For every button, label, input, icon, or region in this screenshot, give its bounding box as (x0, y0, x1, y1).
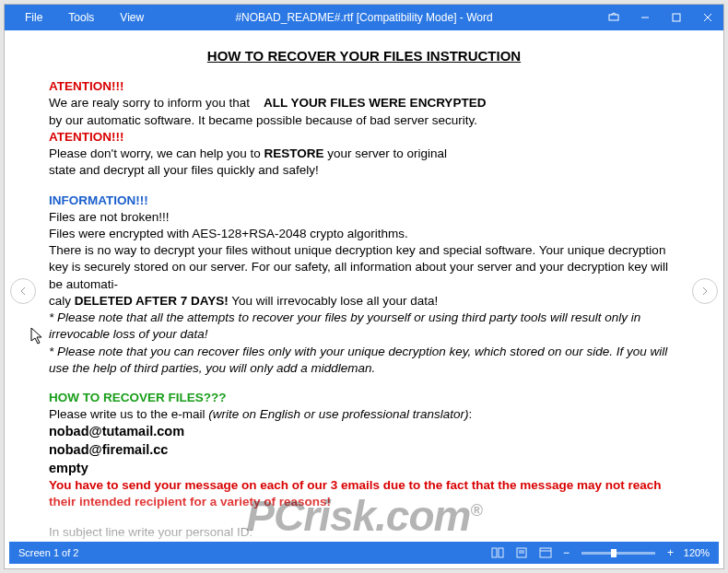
body-text: Please write us to the e-mail (write on … (49, 406, 679, 423)
attention-label: ATENTION!!! (49, 129, 679, 146)
body-note: * Please note that all the attempts to r… (49, 310, 679, 343)
svg-rect-0 (609, 15, 618, 20)
page-indicator[interactable]: Screen 1 of 2 (18, 547, 488, 558)
minimize-button[interactable] (629, 5, 661, 30)
svg-rect-6 (499, 548, 503, 557)
howto-label: HOW TO RECOVER FILES??? (49, 390, 679, 406)
status-right: − + 120% (488, 545, 710, 560)
svg-rect-5 (492, 548, 497, 557)
text: your server to original (323, 146, 447, 160)
next-page-button[interactable] (692, 278, 718, 304)
body-text: There is no way to decrypt your files wi… (49, 242, 679, 293)
text: caly (49, 294, 75, 308)
menu-tools[interactable]: Tools (55, 6, 107, 29)
body-text: by our automatic software. It became pos… (49, 112, 679, 129)
body-text: In subject line write your personal ID: (49, 524, 679, 541)
svg-rect-10 (540, 548, 551, 557)
window-title: #NOBAD_README#.rtf [Compatibility Mode] … (235, 11, 492, 24)
email-1: nobad@tutamail.com (49, 423, 679, 441)
text: We are realy sorry to inform you that (49, 96, 253, 110)
email-3: empty (49, 460, 679, 478)
menu-bar: File Tools View (5, 6, 157, 29)
status-bar: Screen 1 of 2 − + 120% (9, 542, 719, 564)
zoom-slider[interactable] (581, 552, 655, 555)
body-text: Files were encrypted with AES-128+RSA-20… (49, 226, 679, 242)
text: Please write us to the e-mail (49, 407, 208, 421)
svg-rect-2 (673, 14, 680, 21)
email-2: nobad@firemail.cc (49, 441, 679, 460)
zoom-out-button[interactable]: − (560, 546, 572, 559)
text: Please don't worry, we can help you to (49, 146, 264, 160)
menu-view[interactable]: View (107, 6, 157, 29)
body-text: Files are not broken!!! (49, 209, 679, 226)
document-page: HOW TO RECOVER YOUR FILES INSTRUCTION AT… (5, 30, 723, 551)
body-text: Please don't worry, we can help you to R… (49, 146, 679, 162)
zoom-in-button[interactable]: + (664, 546, 676, 559)
text-italic: (write on English or use professional tr… (208, 407, 468, 421)
text-bold: ALL YOUR FILES WERE ENCRYPTED (264, 96, 486, 110)
maximize-button[interactable] (661, 5, 692, 30)
ribbon-display-button[interactable] (598, 5, 629, 30)
text: : (468, 407, 472, 421)
doc-heading: HOW TO RECOVER YOUR FILES INSTRUCTION (49, 47, 679, 65)
read-mode-button[interactable] (488, 545, 507, 560)
menu-file[interactable]: File (12, 6, 55, 29)
text: You will irrevocably lose all your data! (229, 294, 438, 308)
warning-text: You have to send your message on each of… (49, 477, 679, 510)
close-button[interactable] (692, 5, 723, 30)
body-text: We are realy sorry to inform you that AL… (49, 95, 679, 111)
body-note: * Please note that you can recover files… (49, 344, 679, 377)
window-controls (598, 5, 723, 30)
previous-page-button[interactable] (10, 278, 36, 304)
body-text: state and decrypt all your files quickly… (49, 162, 679, 179)
web-layout-button[interactable] (536, 545, 555, 560)
text-bold: DELETED AFTER 7 DAYS! (75, 294, 229, 308)
print-layout-button[interactable] (512, 545, 531, 560)
title-bar: File Tools View #NOBAD_README#.rtf [Comp… (5, 5, 723, 30)
text-bold: RESTORE (264, 146, 323, 160)
zoom-level[interactable]: 120% (682, 547, 710, 558)
body-text: caly DELETED AFTER 7 DAYS! You will irre… (49, 293, 679, 310)
attention-label: ATENTION!!! (49, 78, 679, 95)
document-area: HOW TO RECOVER YOUR FILES INSTRUCTION AT… (5, 30, 723, 551)
information-label: INFORMATION!!! (49, 193, 679, 209)
